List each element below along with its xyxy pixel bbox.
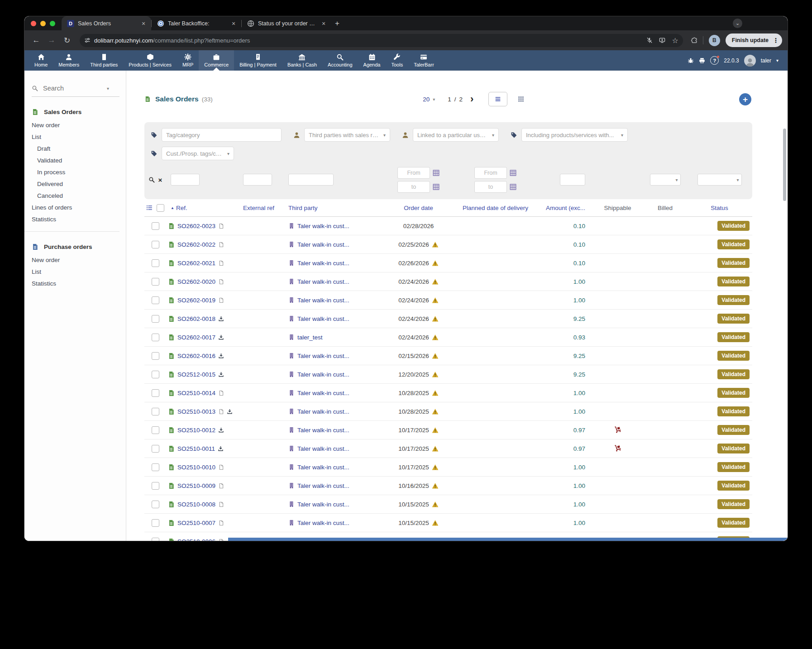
- select-all-checkbox[interactable]: [157, 204, 164, 212]
- third-party-link[interactable]: Taler walk-in cust...: [297, 241, 349, 248]
- page-size-chevron-icon[interactable]: ▾: [433, 97, 435, 102]
- third-party-link[interactable]: taler_test: [297, 334, 323, 341]
- reload-button[interactable]: ↻: [61, 34, 73, 47]
- order-ref-link[interactable]: SO2602-0016: [177, 353, 215, 359]
- list-view-button[interactable]: [488, 92, 507, 106]
- generated-doc-icon[interactable]: [218, 539, 224, 541]
- column-header-ref[interactable]: ▲Ref.: [166, 205, 243, 211]
- forward-button[interactable]: →: [45, 34, 58, 47]
- column-header-shippable[interactable]: Shippable: [604, 205, 631, 211]
- order-ref-link[interactable]: SO2510-0013: [177, 408, 215, 415]
- filter-select[interactable]: Including products/services with...▾: [521, 128, 628, 142]
- close-window-button[interactable]: [31, 21, 36, 26]
- sidebar-item-new-order[interactable]: New order: [32, 119, 126, 131]
- tab-search-chevron-icon[interactable]: ⌄: [733, 19, 742, 28]
- column-header-external-ref[interactable]: External ref: [243, 205, 288, 211]
- sidebar-item-list[interactable]: List: [32, 266, 126, 277]
- generated-doc-icon[interactable]: [218, 409, 224, 415]
- date-to-field[interactable]: to: [397, 181, 430, 193]
- row-checkbox[interactable]: [152, 519, 159, 527]
- new-order-button[interactable]: +: [739, 93, 751, 105]
- browser-tab[interactable]: DSales Orders×: [62, 16, 151, 30]
- generated-doc-icon[interactable]: [218, 242, 224, 248]
- third-party-link[interactable]: Taler walk-in cust...: [297, 297, 349, 304]
- order-ref-link[interactable]: SO2510-0014: [177, 390, 215, 396]
- calendar-picker-icon[interactable]: [433, 169, 439, 176]
- row-checkbox[interactable]: [152, 389, 159, 397]
- browser-tab[interactable]: Taler Backoffice:×: [152, 16, 241, 30]
- next-page-button[interactable]: ›: [470, 94, 473, 104]
- download-doc-icon[interactable]: [218, 334, 224, 340]
- row-checkbox[interactable]: [152, 371, 159, 378]
- print-icon[interactable]: [699, 57, 705, 64]
- extensions-puzzle-icon[interactable]: [691, 37, 697, 43]
- clear-search-icon[interactable]: ×: [158, 176, 162, 184]
- top-menu-banks-cash[interactable]: Banks | Cash: [282, 50, 322, 71]
- top-menu-accounting[interactable]: Accounting: [322, 50, 358, 71]
- sidebar-section-purchase-orders[interactable]: Purchase orders: [32, 243, 126, 250]
- row-checkbox[interactable]: [152, 241, 159, 248]
- top-menu-talerbarr[interactable]: TalerBarr: [408, 50, 439, 71]
- third-party-link[interactable]: Taler walk-in cust...: [297, 501, 349, 508]
- generated-doc-icon[interactable]: [218, 279, 224, 285]
- browser-tab[interactable]: Status of your order forSync×: [242, 16, 331, 30]
- user-avatar[interactable]: [744, 55, 756, 67]
- date-from-field[interactable]: From: [397, 167, 430, 179]
- sidebar-item-new-order[interactable]: New order: [32, 254, 126, 266]
- generated-doc-icon[interactable]: [218, 390, 224, 396]
- third-party-link[interactable]: Taler walk-in cust...: [297, 445, 349, 452]
- sidebar-item-statistics[interactable]: Statistics: [32, 277, 126, 289]
- sort-asc-icon[interactable]: ▲: [171, 206, 174, 210]
- column-header-order-date[interactable]: Order date: [404, 205, 433, 211]
- sidebar-item-statistics[interactable]: Statistics: [32, 213, 126, 225]
- order-ref-link[interactable]: SO2510-0008: [177, 501, 215, 508]
- order-ref-link[interactable]: SO2510-0012: [177, 427, 215, 434]
- third-party-link[interactable]: Taler walk-in cust...: [297, 464, 349, 471]
- third-party-link[interactable]: Taler walk-in cust...: [297, 520, 349, 526]
- order-ref-link[interactable]: SO2602-0019: [177, 297, 215, 304]
- top-menu-mrp[interactable]: MRP: [177, 50, 199, 71]
- page-size-value[interactable]: 20: [423, 96, 430, 103]
- tab-close-button[interactable]: ×: [229, 19, 238, 28]
- column-filter-select[interactable]: ▾: [650, 174, 681, 186]
- column-search-field[interactable]: [243, 174, 272, 186]
- third-party-link[interactable]: Taler walk-in cust...: [297, 315, 349, 322]
- column-filter-select[interactable]: ▾: [697, 174, 742, 186]
- top-menu-products-services[interactable]: Products | Services: [123, 50, 177, 71]
- kanban-view-button[interactable]: [513, 92, 529, 106]
- page-scrollbar-thumb[interactable]: [783, 129, 786, 201]
- order-ref-link[interactable]: SO2510-0009: [177, 482, 215, 489]
- generated-doc-icon[interactable]: [218, 520, 224, 526]
- generated-doc-icon[interactable]: [218, 297, 224, 303]
- download-doc-icon[interactable]: [218, 353, 224, 359]
- generated-doc-icon[interactable]: [218, 223, 224, 229]
- column-header-third-party[interactable]: Third party: [288, 205, 383, 211]
- sidebar-section-sales-orders[interactable]: Sales Orders: [32, 109, 126, 115]
- download-doc-icon[interactable]: [218, 427, 224, 433]
- top-menu-billing-payment[interactable]: Billing | Payment: [234, 50, 282, 71]
- top-menu-members[interactable]: Members: [53, 50, 85, 71]
- third-party-link[interactable]: Taler walk-in cust...: [297, 371, 349, 378]
- order-ref-link[interactable]: SO2510-0007: [177, 520, 215, 526]
- calendar-picker-icon[interactable]: [510, 183, 516, 190]
- sidebar-item-validated[interactable]: Validated: [32, 154, 126, 166]
- order-ref-link[interactable]: SO2602-0017: [177, 334, 215, 341]
- order-ref-link[interactable]: SO2510-0011: [177, 445, 215, 452]
- site-settings-icon[interactable]: [84, 37, 91, 43]
- order-ref-link[interactable]: SO2602-0021: [177, 260, 215, 267]
- finish-update-button[interactable]: Finish update ⋮: [726, 33, 782, 47]
- row-checkbox[interactable]: [152, 408, 159, 415]
- order-ref-link[interactable]: SO2602-0022: [177, 241, 215, 248]
- download-doc-icon[interactable]: [227, 409, 233, 415]
- field-selector-icon[interactable]: [146, 205, 153, 211]
- user-name[interactable]: taler: [761, 57, 771, 64]
- date-to-field[interactable]: to: [474, 181, 507, 193]
- row-checkbox[interactable]: [152, 334, 159, 341]
- column-header-status[interactable]: Status: [711, 205, 728, 211]
- third-party-link[interactable]: Taler walk-in cust...: [297, 427, 349, 434]
- third-party-link[interactable]: Taler walk-in cust...: [297, 482, 349, 489]
- generated-doc-icon[interactable]: [218, 464, 224, 470]
- row-checkbox[interactable]: [152, 222, 159, 230]
- row-checkbox[interactable]: [152, 315, 159, 323]
- row-checkbox[interactable]: [152, 259, 159, 267]
